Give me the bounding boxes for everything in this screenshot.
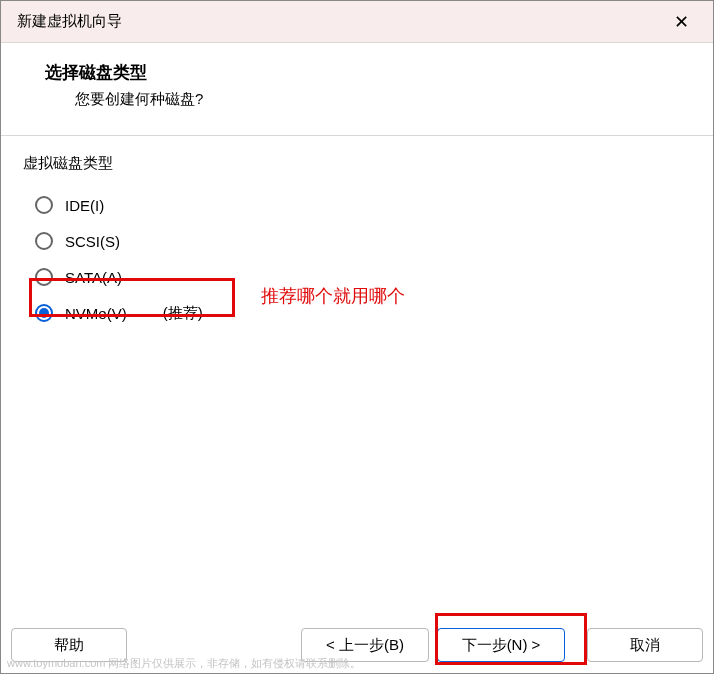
window-title: 新建虚拟机向导	[17, 12, 122, 31]
title-bar: 新建虚拟机向导 ✕	[1, 1, 713, 43]
radio-icon[interactable]	[35, 196, 53, 214]
content-area: 虚拟磁盘类型 IDE(I) SCSI(S) SATA(A) NVMe(V) (推…	[1, 136, 713, 617]
cancel-button[interactable]: 取消	[587, 628, 703, 662]
button-bar: 帮助 < 上一步(B) 下一步(N) > 取消	[1, 617, 713, 673]
recommended-label: (推荐)	[163, 304, 203, 323]
radio-label: SATA(A)	[65, 269, 122, 286]
back-button[interactable]: < 上一步(B)	[301, 628, 429, 662]
close-icon[interactable]: ✕	[666, 7, 697, 37]
radio-label: IDE(I)	[65, 197, 104, 214]
disk-type-radio-group: IDE(I) SCSI(S) SATA(A) NVMe(V) (推荐)	[35, 187, 695, 331]
page-title: 选择磁盘类型	[45, 61, 713, 84]
radio-option-ide[interactable]: IDE(I)	[35, 187, 695, 223]
wizard-header: 选择磁盘类型 您要创建何种磁盘?	[1, 43, 713, 136]
radio-icon[interactable]	[35, 268, 53, 286]
radio-icon[interactable]	[35, 232, 53, 250]
group-label: 虚拟磁盘类型	[23, 154, 695, 173]
radio-option-scsi[interactable]: SCSI(S)	[35, 223, 695, 259]
annotation-text: 推荐哪个就用哪个	[261, 284, 405, 308]
radio-label: SCSI(S)	[65, 233, 120, 250]
page-description: 您要创建何种磁盘?	[75, 90, 713, 109]
next-button[interactable]: 下一步(N) >	[437, 628, 565, 662]
radio-label: NVMe(V)	[65, 305, 127, 322]
help-button[interactable]: 帮助	[11, 628, 127, 662]
radio-icon[interactable]	[35, 304, 53, 322]
